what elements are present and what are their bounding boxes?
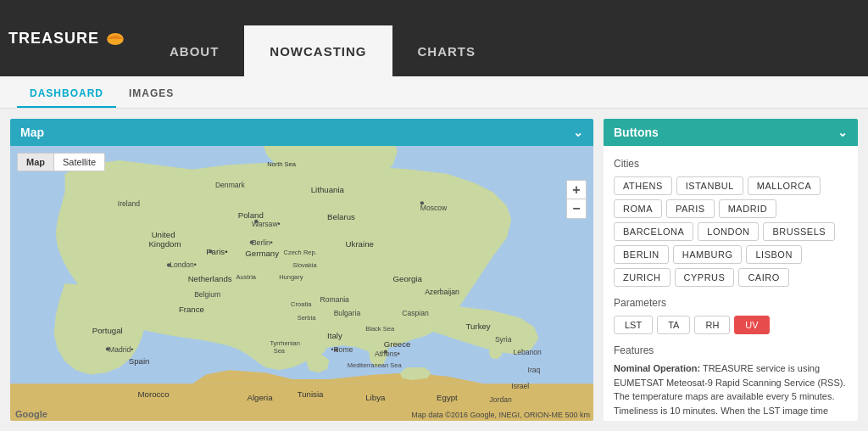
svg-text:Iraq: Iraq bbox=[528, 366, 541, 374]
svg-text:Sea: Sea bbox=[274, 347, 286, 355]
svg-text:Jordan: Jordan bbox=[489, 395, 511, 404]
logo-text: TREASURE bbox=[8, 30, 99, 48]
city-btn-athens[interactable]: ATHENS bbox=[614, 176, 672, 195]
svg-point-56 bbox=[106, 347, 109, 350]
svg-text:Madrid•: Madrid• bbox=[108, 345, 133, 354]
svg-text:Turkey: Turkey bbox=[465, 322, 490, 331]
svg-text:Libya: Libya bbox=[365, 393, 386, 402]
svg-text:Tunisia: Tunisia bbox=[298, 389, 324, 399]
svg-text:Italy: Italy bbox=[327, 331, 342, 340]
sun-icon bbox=[103, 31, 127, 46]
svg-text:Austria: Austria bbox=[236, 273, 257, 281]
svg-text:Greece: Greece bbox=[384, 339, 411, 349]
tab-about[interactable]: ABOUT bbox=[144, 25, 244, 76]
city-btn-hamburg[interactable]: HAMBURG bbox=[673, 245, 743, 264]
tab-charts[interactable]: CHARTS bbox=[392, 25, 502, 76]
map-chevron-icon[interactable]: ⌄ bbox=[573, 126, 583, 139]
sub-tabs: DASHBOARD IMAGES bbox=[0, 76, 868, 109]
cities-label: Cities bbox=[614, 158, 848, 170]
svg-text:Netherlands: Netherlands bbox=[188, 274, 232, 283]
map-svg: United Kingdom London• Netherlands Belgi… bbox=[10, 146, 593, 421]
svg-text:Azerbaijan: Azerbaijan bbox=[425, 288, 459, 296]
nav-tabs: ABOUT NOWCASTING CHARTS bbox=[144, 0, 501, 76]
city-btn-berlin[interactable]: BERLIN bbox=[614, 245, 669, 264]
map-view-satellite-btn[interactable]: Satellite bbox=[54, 154, 104, 171]
svg-text:Bulgaria: Bulgaria bbox=[334, 309, 361, 317]
map-attribution: Map data ©2016 Google, INEGI, ORION-ME 5… bbox=[411, 411, 590, 419]
svg-text:Georgia: Georgia bbox=[393, 274, 423, 283]
city-btn-lisbon[interactable]: LISBON bbox=[746, 245, 801, 264]
city-btn-barcelona[interactable]: BARCELONA bbox=[614, 222, 693, 241]
map-panel: Map ⌄ Map Satellite bbox=[10, 119, 593, 421]
svg-text:Romania: Romania bbox=[320, 295, 350, 304]
svg-text:Croatia: Croatia bbox=[291, 300, 312, 308]
map-body[interactable]: Map Satellite bbox=[10, 146, 593, 421]
svg-text:Portugal: Portugal bbox=[92, 326, 123, 335]
svg-point-57 bbox=[254, 220, 258, 223]
nominal-operation-label: Nominal Operation: bbox=[614, 363, 700, 373]
city-btn-istanbul[interactable]: ISTANBUL bbox=[676, 176, 743, 195]
param-btn-ta[interactable]: TA bbox=[657, 316, 690, 334]
city-btn-cyprus[interactable]: CYPRUS bbox=[675, 268, 735, 287]
param-btn-lst[interactable]: LST bbox=[614, 316, 653, 334]
svg-text:Ukraine: Ukraine bbox=[346, 239, 374, 249]
svg-text:North Sea: North Sea bbox=[267, 160, 297, 168]
svg-text:Berlin•: Berlin• bbox=[252, 238, 273, 247]
city-btn-cairo[interactable]: CAIRO bbox=[738, 268, 788, 287]
svg-text:Slovakia: Slovakia bbox=[292, 261, 317, 269]
svg-text:Athens•: Athens• bbox=[375, 350, 400, 358]
city-btn-zurich[interactable]: ZURICH bbox=[614, 268, 670, 287]
svg-point-54 bbox=[209, 249, 212, 253]
param-btn-rh[interactable]: RH bbox=[694, 316, 730, 334]
svg-text:London•: London• bbox=[170, 260, 197, 269]
svg-text:Caspian: Caspian bbox=[402, 309, 429, 317]
city-btn-paris[interactable]: PARIS bbox=[666, 199, 715, 218]
svg-text:Belgium: Belgium bbox=[194, 290, 220, 299]
buttons-header: Buttons ⌄ bbox=[604, 119, 858, 146]
svg-text:France: France bbox=[179, 305, 204, 314]
svg-text:Lebanon: Lebanon bbox=[513, 348, 542, 356]
svg-text:Lithuania: Lithuania bbox=[311, 185, 345, 194]
svg-point-55 bbox=[250, 240, 253, 243]
city-btn-madrid[interactable]: MADRID bbox=[719, 199, 776, 218]
sub-tab-images[interactable]: IMAGES bbox=[116, 81, 186, 108]
city-btn-roma[interactable]: ROMA bbox=[614, 199, 662, 218]
city-btn-london[interactable]: LONDON bbox=[698, 222, 759, 241]
map-view-toggles: Map Satellite bbox=[17, 153, 105, 171]
svg-text:United: United bbox=[152, 230, 175, 239]
svg-text:Poland: Poland bbox=[238, 210, 264, 220]
buttons-body: Cities ATHENS ISTANBUL MALLORCA ROMA PAR… bbox=[604, 146, 858, 421]
tab-nowcasting[interactable]: NOWCASTING bbox=[244, 25, 392, 76]
main-content: Map ⌄ Map Satellite bbox=[0, 109, 868, 431]
buttons-chevron-icon[interactable]: ⌄ bbox=[837, 126, 848, 139]
param-buttons-group: LST TA RH UV bbox=[614, 316, 848, 334]
svg-point-59 bbox=[384, 350, 387, 353]
zoom-controls: + − bbox=[566, 180, 587, 219]
buttons-panel: Buttons ⌄ Cities ATHENS ISTANBUL MALLORC… bbox=[604, 119, 858, 421]
buttons-title: Buttons bbox=[614, 126, 659, 139]
city-btn-mallorca[interactable]: MALLORCA bbox=[748, 176, 821, 195]
svg-point-60 bbox=[335, 348, 338, 351]
zoom-in-button[interactable]: + bbox=[567, 181, 586, 199]
features-text: Nominal Operation: TREASURE service is u… bbox=[614, 361, 848, 421]
svg-text:Denmark: Denmark bbox=[215, 181, 246, 189]
map-header: Map ⌄ bbox=[10, 119, 593, 146]
svg-text:Egypt: Egypt bbox=[437, 393, 458, 402]
svg-text:Syria: Syria bbox=[495, 335, 512, 344]
svg-text:Algeria: Algeria bbox=[248, 393, 274, 402]
right-panel: Buttons ⌄ Cities ATHENS ISTANBUL MALLORC… bbox=[604, 119, 858, 421]
map-background: United Kingdom London• Netherlands Belgi… bbox=[10, 146, 593, 421]
svg-text:Black Sea: Black Sea bbox=[365, 325, 395, 333]
param-btn-uv[interactable]: UV bbox=[734, 316, 769, 334]
zoom-out-button[interactable]: − bbox=[567, 199, 586, 218]
city-buttons-group: ATHENS ISTANBUL MALLORCA ROMA PARIS MADR… bbox=[614, 176, 848, 287]
map-view-map-btn[interactable]: Map bbox=[18, 154, 54, 171]
svg-text:Belarus: Belarus bbox=[327, 212, 355, 221]
sub-tab-dashboard[interactable]: DASHBOARD bbox=[17, 81, 116, 108]
svg-text:•Rome: •Rome bbox=[331, 345, 353, 354]
svg-point-58 bbox=[420, 201, 424, 204]
city-btn-brussels[interactable]: BRUSSELS bbox=[763, 222, 835, 241]
svg-text:Serbia: Serbia bbox=[298, 314, 317, 322]
svg-text:Czech Rep.: Czech Rep. bbox=[284, 249, 317, 256]
svg-text:Kingdom: Kingdom bbox=[148, 239, 181, 249]
